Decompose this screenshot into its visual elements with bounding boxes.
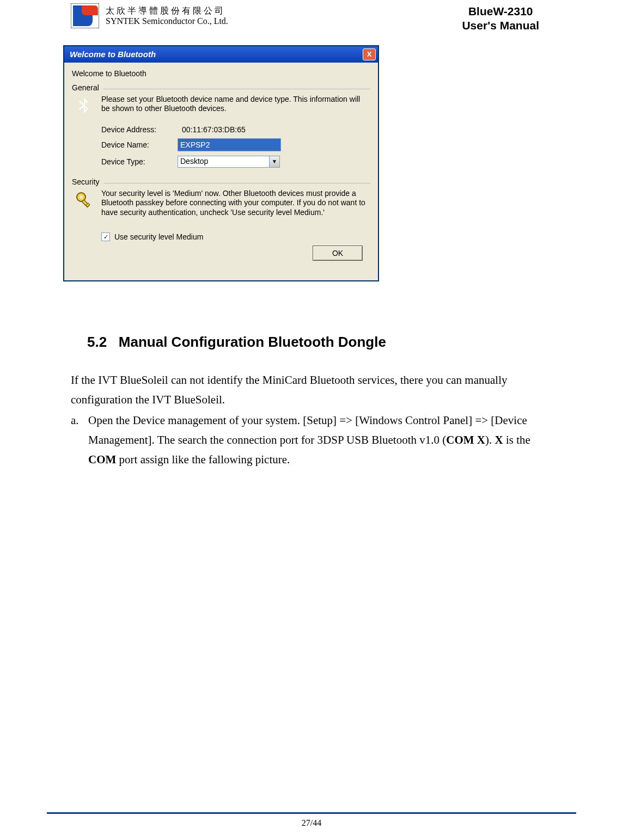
company-name-block: 太 欣 半 導 體 股 份 有 限 公 司 SYNTEK Semiconduct… [106, 5, 228, 26]
company-name-en: SYNTEK Semiconductor Co., Ltd. [106, 16, 228, 26]
security-description: Your security level is 'Medium' now. Oth… [101, 189, 368, 218]
key-icon [74, 190, 94, 210]
group-security-label: Security [72, 177, 103, 186]
chevron-down-icon: ▼ [269, 156, 279, 167]
ok-button-label: OK [332, 249, 343, 257]
device-name-label: Device Name: [101, 140, 178, 149]
section-heading: 5.2 Manual Configuration Bluetooth Dongl… [87, 334, 552, 351]
item-a-bold-com: COM [88, 453, 116, 466]
item-a-bold-x: X [495, 433, 503, 446]
item-a-text-post: port assign like the fallowing picture. [116, 453, 290, 466]
doc-title: User's Manual [462, 19, 539, 33]
page-header: 太 欣 半 導 體 股 份 有 限 公 司 SYNTEK Semiconduct… [71, 0, 552, 33]
close-icon: X [367, 50, 372, 58]
security-checkbox-row[interactable]: ✓ Use security level Medium [101, 232, 370, 241]
list-body-a: Open the Device management of your syste… [88, 410, 552, 469]
device-type-value: Desktop [178, 156, 269, 167]
section-title-text: Manual Configuration Bluetooth Dongle [119, 334, 386, 350]
list-marker-a: a. [71, 410, 88, 469]
ok-button[interactable]: OK [313, 246, 363, 261]
device-address-value: 00:11:67:03:DB:65 [178, 125, 246, 134]
section-number: 5.2 [87, 334, 107, 350]
checkmark-icon: ✓ [103, 234, 108, 240]
welcome-bluetooth-dialog: Welcome to Bluetooth X Welcome to Blueto… [63, 45, 379, 282]
list-item-a: a. Open the Device management of your sy… [71, 410, 552, 469]
company-name-cn: 太 欣 半 導 體 股 份 有 限 公 司 [106, 5, 228, 16]
header-left: 太 欣 半 導 體 股 份 有 限 公 司 SYNTEK Semiconduct… [71, 3, 228, 28]
item-a-text-mid: ). [485, 433, 495, 446]
bluetooth-icon [74, 96, 94, 115]
close-button[interactable]: X [363, 48, 376, 60]
section-body: If the IVT BlueSoleil can not identify t… [71, 370, 552, 470]
device-type-label: Device Type: [101, 157, 178, 166]
section-paragraph: If the IVT BlueSoleil can not identify t… [71, 370, 552, 409]
page-number: 27/44 [0, 818, 623, 828]
product-name: BlueW-2310 [462, 4, 539, 19]
group-general: General Please set your Bluetooth device… [72, 83, 370, 168]
dialog-title: Welcome to Bluetooth [70, 50, 156, 59]
item-a-text-mid2: is the [503, 433, 530, 446]
footer-rule [47, 812, 576, 814]
group-general-label: General [72, 83, 102, 92]
dialog-body: Welcome to Bluetooth General Please set … [64, 63, 378, 281]
security-checkbox[interactable]: ✓ [101, 232, 110, 241]
device-address-label: Device Address: [101, 125, 178, 134]
dialog-heading: Welcome to Bluetooth [72, 69, 370, 78]
company-logo-icon [71, 3, 99, 28]
svg-point-2 [80, 195, 83, 199]
device-name-input[interactable] [178, 138, 281, 151]
general-fields: Device Address: 00:11:67:03:DB:65 Device… [101, 125, 370, 168]
item-a-bold-comx: COM X [446, 433, 485, 446]
device-type-select[interactable]: Desktop ▼ [178, 156, 280, 168]
group-security: Security Your security level is 'Medium'… [72, 177, 370, 242]
security-checkbox-label: Use security level Medium [114, 232, 203, 241]
dialog-titlebar: Welcome to Bluetooth X [64, 46, 378, 63]
general-description: Please set your Bluetooth device name an… [101, 95, 368, 114]
header-right: BlueW-2310 User's Manual [462, 3, 552, 33]
